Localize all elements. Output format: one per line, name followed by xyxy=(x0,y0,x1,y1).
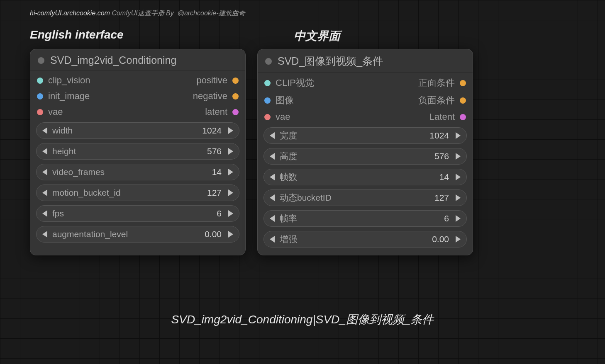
output-port[interactable]: 正面条件 xyxy=(418,75,466,91)
input-port-label: vae xyxy=(48,107,63,117)
param-value[interactable]: 127 xyxy=(121,188,222,198)
input-port[interactable]: clip_vision xyxy=(37,73,90,87)
port-dot-icon[interactable] xyxy=(460,80,466,86)
output-port[interactable]: latent xyxy=(193,105,239,119)
param-value[interactable]: 0.00 xyxy=(128,229,222,239)
input-port-label: 图像 xyxy=(276,94,294,107)
param-value[interactable]: 576 xyxy=(76,146,222,156)
param-label: augmentation_level xyxy=(52,229,128,239)
param-value[interactable]: 576 xyxy=(297,151,449,161)
output-port[interactable]: 负面条件 xyxy=(418,92,466,108)
node-title: SVD_img2vid_Conditioning xyxy=(50,54,176,66)
increment-icon[interactable] xyxy=(456,153,461,160)
param-row[interactable]: 帧数14 xyxy=(263,169,467,185)
params: 宽度1024高度576帧数14动态bucketID127帧率6增强0.00 xyxy=(258,125,473,255)
param-row[interactable]: video_frames14 xyxy=(36,164,239,180)
port-dot-icon[interactable] xyxy=(264,114,271,120)
param-label: 帧数 xyxy=(280,171,297,183)
param-value[interactable]: 127 xyxy=(332,193,449,203)
increment-icon[interactable] xyxy=(456,174,461,180)
watermark: hi-comfyUI.archcookie.com ComfyUI速查手册 By… xyxy=(30,9,245,18)
decrement-icon[interactable] xyxy=(42,148,47,155)
output-port[interactable]: positive xyxy=(193,73,239,87)
port-dot-icon[interactable] xyxy=(37,93,43,99)
param-row[interactable]: 高度576 xyxy=(263,148,467,165)
collapse-toggle-icon[interactable] xyxy=(38,57,44,64)
param-row[interactable]: augmentation_level0.00 xyxy=(36,226,239,243)
node-header[interactable]: SVD_img2vid_Conditioning xyxy=(30,49,245,71)
decrement-icon[interactable] xyxy=(42,231,47,238)
port-dot-icon[interactable] xyxy=(232,78,239,84)
param-row[interactable]: 宽度1024 xyxy=(263,127,467,144)
decrement-icon[interactable] xyxy=(270,174,275,180)
decrement-icon[interactable] xyxy=(270,132,275,139)
output-port[interactable]: negative xyxy=(193,89,239,103)
port-dot-icon[interactable] xyxy=(264,97,271,104)
decrement-icon[interactable] xyxy=(270,215,275,222)
output-port-label: negative xyxy=(193,91,227,102)
param-label: 宽度 xyxy=(280,130,297,141)
param-row[interactable]: width1024 xyxy=(36,122,239,139)
increment-icon[interactable] xyxy=(456,194,461,201)
param-row[interactable]: 增强0.00 xyxy=(263,231,467,248)
port-dot-icon[interactable] xyxy=(232,93,239,99)
collapse-toggle-icon[interactable] xyxy=(265,58,272,65)
increment-icon[interactable] xyxy=(228,127,233,134)
increment-icon[interactable] xyxy=(228,189,233,196)
port-dot-icon[interactable] xyxy=(37,78,43,84)
output-port-label: 正面条件 xyxy=(418,77,455,89)
node-0[interactable]: SVD_img2vid_Conditioningclip_visioninit_… xyxy=(30,49,246,255)
increment-icon[interactable] xyxy=(228,169,233,175)
port-dot-icon[interactable] xyxy=(460,97,466,104)
output-port[interactable]: Latent xyxy=(418,110,466,124)
increment-icon[interactable] xyxy=(456,236,461,243)
input-port-label: CLIP视觉 xyxy=(276,77,314,89)
param-value[interactable]: 1024 xyxy=(297,131,449,141)
param-value[interactable]: 6 xyxy=(297,214,449,223)
port-dot-icon[interactable] xyxy=(264,80,271,86)
decrement-icon[interactable] xyxy=(42,127,47,134)
decrement-icon[interactable] xyxy=(270,236,275,243)
port-dot-icon[interactable] xyxy=(232,109,239,115)
param-row[interactable]: fps6 xyxy=(36,205,239,222)
param-value[interactable]: 14 xyxy=(297,172,449,182)
input-port-label: vae xyxy=(276,112,290,122)
input-port[interactable]: 图像 xyxy=(264,92,314,108)
input-port[interactable]: init_image xyxy=(37,89,90,103)
port-dot-icon[interactable] xyxy=(37,109,43,115)
output-port-label: 负面条件 xyxy=(418,94,455,107)
input-port[interactable]: vae xyxy=(37,105,90,119)
param-row[interactable]: motion_bucket_id127 xyxy=(36,184,239,201)
param-value[interactable]: 0.00 xyxy=(297,234,449,244)
port-dot-icon[interactable] xyxy=(460,114,466,120)
input-port[interactable]: vae xyxy=(264,110,314,124)
decrement-icon[interactable] xyxy=(42,169,47,175)
param-row[interactable]: 帧率6 xyxy=(263,210,467,227)
input-port[interactable]: CLIP视觉 xyxy=(264,75,314,91)
param-row[interactable]: 动态bucketID127 xyxy=(263,189,467,206)
param-row[interactable]: height576 xyxy=(36,143,239,160)
increment-icon[interactable] xyxy=(228,148,233,155)
param-value[interactable]: 14 xyxy=(105,167,222,177)
decrement-icon[interactable] xyxy=(42,210,47,217)
decrement-icon[interactable] xyxy=(42,189,47,196)
node-1[interactable]: SVD_图像到视频_条件CLIP视觉图像vae正面条件负面条件Latent宽度1… xyxy=(257,49,473,255)
increment-icon[interactable] xyxy=(228,231,233,238)
param-label: video_frames xyxy=(52,167,105,177)
watermark-site: hi-comfyUI.archcookie.com xyxy=(30,10,110,17)
param-value[interactable]: 1024 xyxy=(73,126,222,136)
decrement-icon[interactable] xyxy=(270,153,275,160)
ports: clip_visioninit_imagevaepositivenegative… xyxy=(30,71,245,120)
param-value[interactable]: 6 xyxy=(64,209,222,218)
caption: SVD_img2vid_Conditioning|SVD_图像到视频_条件 xyxy=(0,312,605,328)
increment-icon[interactable] xyxy=(456,132,461,139)
param-label: fps xyxy=(52,209,64,218)
input-port-label: init_image xyxy=(48,91,90,102)
increment-icon[interactable] xyxy=(228,210,233,217)
decrement-icon[interactable] xyxy=(270,194,275,201)
output-port-label: positive xyxy=(196,75,227,86)
increment-icon[interactable] xyxy=(456,215,461,222)
param-label: 增强 xyxy=(280,233,297,245)
input-port-label: clip_vision xyxy=(48,75,90,86)
node-header[interactable]: SVD_图像到视频_条件 xyxy=(258,49,473,73)
